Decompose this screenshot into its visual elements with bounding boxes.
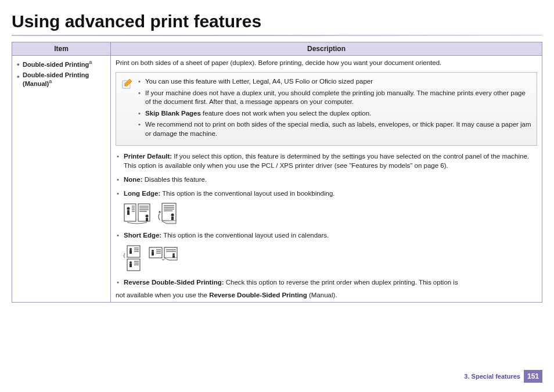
col-header-item: Item <box>12 42 111 56</box>
pencil-note-icon <box>121 77 134 90</box>
item-double-sided: Double-sided Printinga <box>17 59 106 68</box>
item-cell: Double-sided Printinga Double-sided Prin… <box>12 56 111 303</box>
svg-point-25 <box>171 214 174 217</box>
svg-rect-19 <box>146 218 148 221</box>
col-header-description: Description <box>111 42 542 56</box>
calendar-flip-icon <box>148 245 178 262</box>
option-none: None: Disables this feature. <box>116 175 537 184</box>
long-edge-illustration <box>124 203 537 225</box>
flip-layout-icon <box>155 203 182 225</box>
description-cell: Print on both sides of a sheet of paper … <box>111 56 542 303</box>
svg-rect-30 <box>129 250 132 254</box>
short-edge-illustration <box>124 245 537 272</box>
svg-rect-26 <box>171 217 174 220</box>
footer-section-label: 3. Special features <box>464 373 520 380</box>
page-title: Using advanced print features <box>12 12 542 31</box>
svg-marker-5 <box>125 79 132 86</box>
svg-point-41 <box>152 250 154 252</box>
option-short-edge: Short Edge: This option is the conventio… <box>116 231 537 240</box>
svg-point-8 <box>127 207 130 210</box>
note-item: We recommend not to print on both sides … <box>138 120 532 138</box>
svg-rect-50 <box>172 256 175 258</box>
svg-rect-40 <box>149 247 162 258</box>
option-printer-default: Printer Default: If you select this opti… <box>116 152 537 170</box>
note-box: You can use this feature with Letter, Le… <box>116 72 537 146</box>
book-layout-icon <box>124 203 150 225</box>
svg-point-35 <box>129 261 132 264</box>
calendar-layout-icon <box>124 245 143 272</box>
page-footer: 3. Special features 151 <box>464 370 542 383</box>
option-reverse-duplex: Reverse Double-Sided Printing: Check thi… <box>116 278 537 287</box>
svg-rect-9 <box>127 210 129 215</box>
footer-page-number: 151 <box>524 370 542 383</box>
note-item: If your machine does not have a duplex u… <box>138 89 532 107</box>
note-item: You can use this feature with Letter, Le… <box>138 77 532 87</box>
description-intro: Print on both sides of a sheet of paper … <box>116 59 537 66</box>
svg-rect-36 <box>129 264 132 267</box>
svg-rect-46 <box>164 247 177 258</box>
item-double-sided-manual: Double-sided Printing (Manual)a <box>17 71 106 87</box>
note-item: Skip Blank Pages feature does not work w… <box>138 109 532 118</box>
svg-point-49 <box>172 253 175 256</box>
horizontal-subrule <box>12 35 542 36</box>
option-long-edge: Long Edge: This option is the convention… <box>116 189 537 198</box>
svg-rect-42 <box>152 252 154 256</box>
svg-point-29 <box>129 248 132 250</box>
svg-marker-27 <box>159 211 161 213</box>
option-reverse-continuation: not available when you use the Reverse D… <box>116 292 537 299</box>
feature-table: Item Description Double-sided Printinga … <box>12 42 542 303</box>
svg-point-18 <box>146 215 149 218</box>
